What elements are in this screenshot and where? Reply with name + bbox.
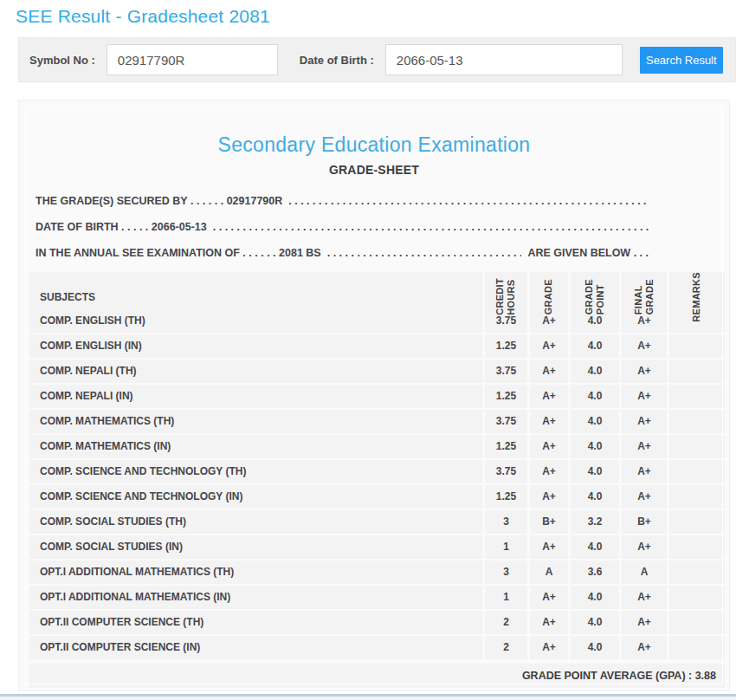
table-row: OPT.I ADDITIONAL MATHEMATICS (IN)1A+4.0A… [29,586,725,609]
rotated-header-label: GRADE POINT [584,279,606,314]
credit-hours-cell: 1.25 [485,435,527,458]
credit-hours-cell: 3 [485,561,527,584]
subject-cell: COMP. MATHEMATICS (IN) [29,435,482,458]
grade-point-cell: 4.0 [571,611,619,634]
statement-lines: THE GRADE(S) SECURED BY . . . . . . 0291… [36,188,649,266]
credit-hours-cell: 3.75 [485,410,527,433]
subject-cell: COMP. ENGLISH (IN) [29,334,482,358]
table-row: COMP. ENGLISH (TH)3.75A+4.0A+ [29,309,725,333]
credit-hours-cell: 1.25 [485,485,527,509]
final-grade-cell: B+ [622,510,667,534]
subject-cell: COMP. SOCIAL STUDIES (IN) [29,535,482,559]
credit-hours-cell: 2 [485,611,527,634]
final-grade-cell: A+ [622,435,667,458]
grade-cell: A+ [530,535,568,559]
grade-point-cell: 3.6 [571,561,619,584]
subject-cell: OPT.II COMPUTER SCIENCE (TH) [29,611,482,634]
dot-leader: . . . . . . . . . . . . . . . . . . . . … [288,195,649,207]
grade-point-cell: 4.0 [571,385,619,408]
grade-cell: A+ [530,636,568,659]
gradesheet-panel: Secondary Education Examination GRADE-SH… [18,100,730,691]
remarks-cell [669,485,725,509]
grade-cell: A+ [530,360,568,383]
grade-point-cell: 4.0 [571,485,619,509]
final-grade-cell: A+ [622,334,667,358]
table-row: COMP. SOCIAL STUDIES (TH)3B+3.2B+ [29,510,725,534]
final-grade-cell: A+ [622,611,667,634]
subject-cell: COMP. SOCIAL STUDIES (TH) [29,510,482,534]
credit-hours-cell: 3.75 [485,360,527,383]
final-grade-cell: A [622,561,667,584]
grade-point-cell: 4.0 [571,460,619,483]
gradesheet-heading: Secondary Education Examination [19,133,729,157]
table-row: OPT.II COMPUTER SCIENCE (TH)2A+4.0A+ [29,611,725,634]
credit-hours-cell: 3 [485,510,527,534]
date-of-birth-label: Date of Birth : [300,54,374,67]
table-row: OPT.I ADDITIONAL MATHEMATICS (TH)3A3.6A [29,561,725,584]
final-grade-cell: A+ [622,586,667,609]
remarks-cell [669,360,725,383]
final-grade-cell: A+ [622,535,667,559]
final-grade-cell: A+ [622,410,667,433]
rotated-header-label: GRADE [543,279,554,314]
symbol-no-input[interactable] [107,44,278,75]
final-grade-cell: A+ [622,485,667,509]
credit-hours-cell: 1.25 [485,334,527,358]
credit-hours-cell: 1.25 [485,385,527,408]
grade-point-cell: 4.0 [571,535,619,559]
remarks-cell [669,410,725,433]
table-body: COMP. ENGLISH (TH)3.75A+4.0A+COMP. ENGLI… [29,309,725,659]
subject-cell: OPT.I ADDITIONAL MATHEMATICS (TH) [29,561,482,584]
table-row: COMP. NEPALI (TH)3.75A+4.0A+ [29,360,725,383]
remarks-cell [669,636,725,659]
gradesheet-subheading: GRADE-SHEET [19,163,729,177]
remarks-cell [669,586,725,609]
dot-leader: . . . . . . . . . . . . . . . . . . . . … [213,221,649,233]
grade-cell: A+ [530,410,568,433]
statement-suffix: ARE GIVEN BELOW . . . [527,247,649,259]
rotated-header-label: CREDIT HOURS [494,278,517,315]
subject-cell: COMP. SCIENCE AND TECHNOLOGY (TH) [29,460,482,483]
statement-text: DATE OF BIRTH . . . . . 2066-05-13 [36,221,207,233]
table-row: COMP. ENGLISH (IN)1.25A+4.0A+ [29,334,725,358]
grade-point-cell: 4.0 [571,435,619,458]
grade-cell: A+ [530,611,568,634]
table-row: COMP. MATHEMATICS (IN)1.25A+4.0A+ [29,435,725,458]
remarks-cell [669,611,725,634]
statement-line-examination-of: IN THE ANNUAL SEE EXAMINATION OF . . . .… [36,240,649,266]
remarks-cell [669,435,725,458]
grade-cell: A+ [530,334,568,358]
grade-point-cell: 3.2 [571,510,619,534]
search-result-button[interactable]: Search Result [640,47,723,74]
final-grade-cell: A+ [622,636,667,659]
remarks-cell [669,334,725,358]
page-title: SEE Result - Gradesheet 2081 [16,6,270,27]
remarks-cell [669,460,725,483]
credit-hours-cell: 3.75 [485,460,527,483]
search-bar: Symbol No : Date of Birth : Search Resul… [18,37,736,82]
table-row: OPT.II COMPUTER SCIENCE (IN)2A+4.0A+ [29,636,725,659]
remarks-cell [669,385,725,408]
statement-text: IN THE ANNUAL SEE EXAMINATION OF . . . .… [36,247,321,259]
grade-cell: A [530,561,568,584]
gpa-footer: GRADE POINT AVERAGE (GPA) : 3.88 [29,664,725,688]
subject-cell: COMP. ENGLISH (TH) [29,309,482,333]
grade-cell: A+ [530,385,568,408]
credit-hours-cell: 1 [485,535,527,559]
remarks-cell [669,535,725,559]
subject-cell: OPT.I ADDITIONAL MATHEMATICS (IN) [29,586,482,609]
date-of-birth-input[interactable] [385,44,623,75]
table-row: COMP. SCIENCE AND TECHNOLOGY (IN)1.25A+4… [29,485,725,509]
grade-cell: A+ [530,586,568,609]
statement-text: THE GRADE(S) SECURED BY . . . . . . 0291… [36,195,282,207]
table-row: COMP. NEPALI (IN)1.25A+4.0A+ [29,385,725,408]
final-grade-cell: A+ [622,360,667,383]
table-row: COMP. SOCIAL STUDIES (IN)1A+4.0A+ [29,535,725,559]
subject-cell: COMP. NEPALI (IN) [29,385,482,408]
subject-cell: COMP. MATHEMATICS (TH) [29,410,482,433]
grades-table: SUBJECTS CREDIT HOURSGRADEGRADE POINTFIN… [29,272,725,659]
statement-line-date-of-birth: DATE OF BIRTH . . . . . 2066-05-13 . . .… [36,214,649,240]
subject-cell: COMP. SCIENCE AND TECHNOLOGY (IN) [29,485,482,509]
remarks-cell [669,561,725,584]
table-header-row: SUBJECTS CREDIT HOURSGRADEGRADE POINTFIN… [29,272,725,308]
